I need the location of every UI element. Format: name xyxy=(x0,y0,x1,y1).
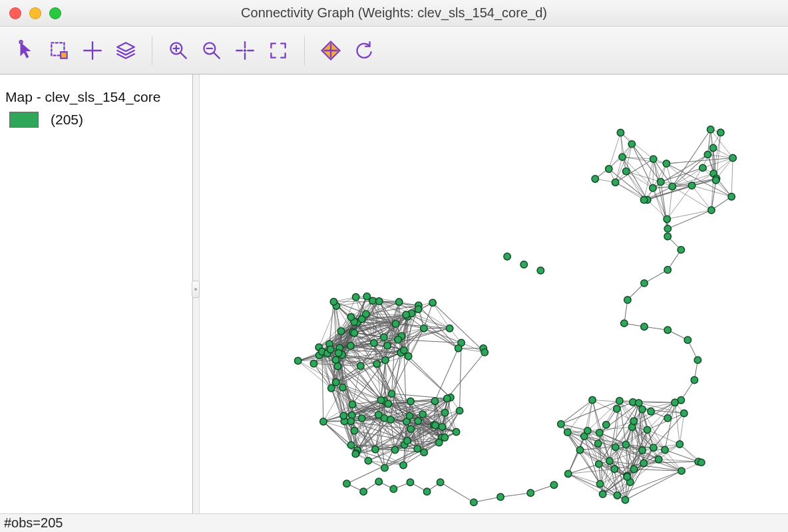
graph-canvas[interactable] xyxy=(200,74,788,532)
pointer-button[interactable] xyxy=(11,35,41,66)
svg-point-1292 xyxy=(624,473,630,480)
connectivity-graph xyxy=(200,74,788,532)
svg-point-1328 xyxy=(310,360,317,367)
svg-point-1278 xyxy=(616,398,623,404)
svg-point-1329 xyxy=(432,422,439,428)
window-controls xyxy=(9,7,61,19)
splitter[interactable] xyxy=(193,74,200,532)
toolbar-group-2 xyxy=(159,35,297,66)
svg-point-1239 xyxy=(663,160,670,167)
svg-point-1285 xyxy=(639,447,646,454)
svg-point-1322 xyxy=(320,418,327,425)
svg-point-1247 xyxy=(641,323,648,330)
svg-line-394 xyxy=(433,303,449,328)
full-extent-button[interactable] xyxy=(263,35,294,66)
svg-point-1324 xyxy=(295,357,301,364)
svg-point-1233 xyxy=(669,183,676,190)
svg-point-1395 xyxy=(352,450,359,457)
zoom-in-button[interactable] xyxy=(163,35,194,66)
window-title: Connectivity Graph (Weights: clev_sls_15… xyxy=(0,5,788,21)
svg-point-1263 xyxy=(650,444,657,451)
svg-point-1275 xyxy=(640,460,647,466)
svg-point-1357 xyxy=(347,314,354,321)
svg-point-1310 xyxy=(444,395,451,402)
minimize-icon[interactable] xyxy=(29,7,41,19)
svg-point-1216 xyxy=(717,129,724,136)
svg-point-1269 xyxy=(596,430,602,436)
svg-line-71 xyxy=(672,186,711,210)
svg-line-7 xyxy=(180,53,186,59)
highlight-connectivity-icon xyxy=(319,39,342,62)
svg-point-1334 xyxy=(328,384,335,391)
svg-point-1358 xyxy=(335,350,341,356)
svg-line-52 xyxy=(620,133,626,172)
svg-point-1378 xyxy=(439,424,445,430)
svg-point-1389 xyxy=(435,439,442,446)
svg-point-1408 xyxy=(437,479,443,485)
svg-point-1272 xyxy=(596,461,602,467)
svg-point-1304 xyxy=(352,294,359,301)
zoom-icon[interactable] xyxy=(49,7,61,19)
svg-point-1235 xyxy=(658,178,664,185)
svg-point-1227 xyxy=(619,154,626,160)
svg-point-1213 xyxy=(612,179,618,186)
svg-point-1282 xyxy=(698,459,705,466)
svg-point-0 xyxy=(19,41,22,43)
svg-point-1356 xyxy=(395,336,401,343)
svg-point-1396 xyxy=(377,397,384,404)
legend-item[interactable]: (205) xyxy=(5,112,187,128)
svg-line-241 xyxy=(561,401,620,424)
refresh-button[interactable] xyxy=(349,35,379,66)
legend-count: (205) xyxy=(51,112,83,128)
svg-point-1353 xyxy=(421,325,427,331)
close-icon[interactable] xyxy=(9,7,21,19)
svg-point-1273 xyxy=(589,396,596,403)
svg-point-1228 xyxy=(709,144,716,151)
svg-point-1246 xyxy=(621,320,628,327)
svg-point-1355 xyxy=(363,311,369,317)
svg-point-1232 xyxy=(664,225,671,232)
select-rect-button[interactable] xyxy=(44,35,75,66)
svg-point-1394 xyxy=(385,400,391,407)
fit-extent-button[interactable] xyxy=(230,35,260,66)
svg-point-1335 xyxy=(415,306,421,313)
pan-button[interactable] xyxy=(77,35,108,66)
svg-point-1393 xyxy=(351,428,357,434)
svg-point-1244 xyxy=(641,280,648,287)
svg-point-1231 xyxy=(617,129,624,136)
zoom-out-button[interactable] xyxy=(196,35,227,66)
svg-point-1230 xyxy=(664,215,670,222)
svg-point-1369 xyxy=(327,346,333,352)
svg-point-1219 xyxy=(707,126,713,132)
svg-point-1295 xyxy=(564,429,571,436)
svg-point-1363 xyxy=(405,353,411,360)
svg-point-1345 xyxy=(403,311,409,318)
svg-point-1279 xyxy=(596,480,603,487)
svg-point-1352 xyxy=(357,362,364,369)
svg-line-122 xyxy=(666,158,733,164)
svg-point-1387 xyxy=(419,411,426,418)
svg-point-1409 xyxy=(471,499,477,505)
svg-line-392 xyxy=(411,313,449,329)
svg-point-1410 xyxy=(497,493,504,500)
svg-point-1406 xyxy=(407,479,413,485)
svg-point-1243 xyxy=(664,267,671,273)
legend-title: Map - clev_sls_154_core xyxy=(5,89,187,105)
svg-point-1316 xyxy=(481,349,488,356)
svg-point-1296 xyxy=(630,418,637,424)
svg-point-1388 xyxy=(456,407,463,414)
svg-point-1254 xyxy=(648,408,654,415)
svg-line-24 xyxy=(616,182,644,200)
highlight-connectivity-button[interactable] xyxy=(315,35,346,66)
titlebar: Connectivity Graph (Weights: clev_sls_15… xyxy=(0,0,788,27)
layers-button[interactable] xyxy=(110,35,141,66)
toolbar-group-3 xyxy=(311,35,383,66)
svg-line-102 xyxy=(622,157,666,164)
svg-line-11 xyxy=(214,53,220,59)
svg-point-1379 xyxy=(415,418,421,424)
svg-line-334 xyxy=(568,473,600,483)
svg-line-319 xyxy=(588,427,632,430)
svg-point-1303 xyxy=(333,379,339,386)
svg-point-1256 xyxy=(614,405,620,412)
svg-point-1265 xyxy=(611,466,618,472)
